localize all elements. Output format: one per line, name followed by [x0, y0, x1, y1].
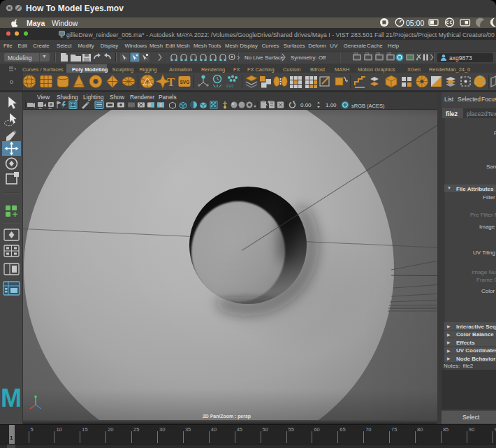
svg-text:123: 123	[376, 52, 380, 55]
svg-text:123: 123	[365, 52, 369, 55]
svg-text:T: T	[167, 75, 175, 89]
svg-text:SVG: SVG	[180, 80, 190, 85]
svg-text:0.0.0: 0.0.0	[226, 85, 234, 88]
svg-text:123: 123	[387, 52, 391, 55]
svg-text:123: 123	[353, 52, 358, 55]
